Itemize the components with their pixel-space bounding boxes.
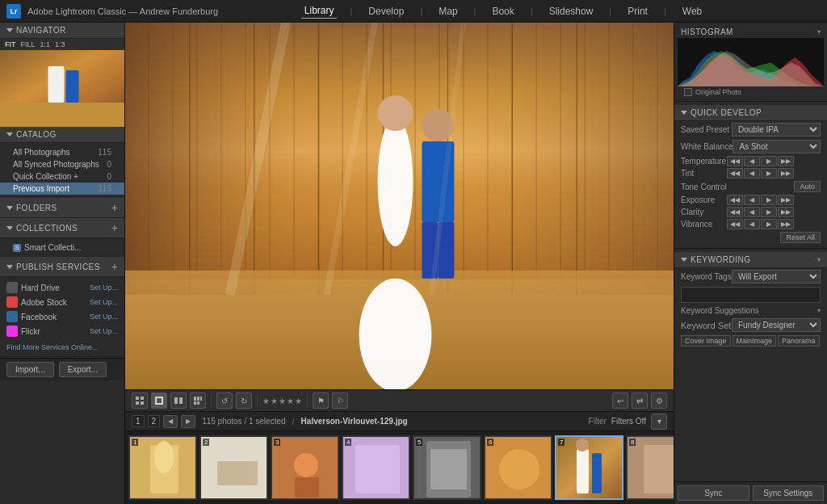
nav-library[interactable]: Library (301, 3, 338, 19)
grid-view-button[interactable] (132, 393, 148, 409)
keyword-input-box[interactable] (681, 287, 821, 303)
white-balance-select[interactable]: As Shot (733, 140, 821, 153)
tint-inc-inc[interactable]: ▶▶ (778, 168, 794, 178)
clarity-dec-dec[interactable]: ◀◀ (727, 207, 743, 217)
rotate-right-button[interactable]: ↻ (236, 393, 252, 409)
temp-dec[interactable]: ◀ (744, 156, 760, 166)
publish-adobe-stock[interactable]: Adobe Stock Set Up... (0, 295, 124, 309)
catalog-previous-import[interactable]: Previous Import 115 (0, 183, 124, 195)
keywording-header[interactable]: Keywording ▾ (674, 252, 827, 268)
next-page-button[interactable]: ▶ (181, 415, 195, 428)
exposure-dec[interactable]: ◀ (744, 195, 760, 205)
publish-services-panel-header[interactable]: Publish Services + (0, 257, 124, 277)
rotate-arrow-button[interactable]: ↩ (612, 393, 628, 409)
tint-dec-dec[interactable]: ◀◀ (727, 168, 743, 178)
vibrance-dec[interactable]: ◀ (744, 219, 760, 229)
clarity-inc-inc[interactable]: ▶▶ (778, 207, 794, 217)
hard-drive-setup[interactable]: Set Up... (90, 284, 118, 292)
keyword-cover-image[interactable]: Cover Image (681, 335, 731, 346)
1to1-btn[interactable]: 1:1 (40, 40, 51, 48)
saved-preset-select[interactable]: Double IPA (732, 123, 821, 136)
filmstrip-photo-4[interactable]: 4 (342, 435, 410, 500)
folders-panel-header[interactable]: Folders + (0, 198, 124, 218)
survey-view-button[interactable] (190, 393, 206, 409)
exposure-inc-inc[interactable]: ▶▶ (778, 195, 794, 205)
original-photo-toggle[interactable]: Original Photo (678, 86, 824, 98)
temp-dec-dec[interactable]: ◀◀ (727, 156, 743, 166)
fit-btn[interactable]: FIT (5, 40, 16, 48)
collections-panel-header[interactable]: Collections + (0, 218, 124, 238)
smart-collection[interactable]: S Smart Collecti... (0, 242, 124, 254)
flickr-setup[interactable]: Set Up... (90, 327, 118, 335)
collections-add-button[interactable]: + (111, 221, 118, 234)
temp-inc[interactable]: ▶ (761, 156, 777, 166)
temp-inc-inc[interactable]: ▶▶ (778, 156, 794, 166)
publish-flickr[interactable]: Flickr Set Up... (0, 324, 124, 338)
sync-button[interactable]: ⇄ (632, 393, 648, 409)
publish-hard-drive[interactable]: Hard Drive Set Up... (0, 280, 124, 295)
nav-slideshow[interactable]: Slideshow (546, 4, 597, 19)
filmstrip-photo-6[interactable]: 6 (484, 435, 552, 500)
keyword-set-select[interactable]: Fundy Designer (732, 318, 821, 332)
adobe-stock-setup[interactable]: Set Up... (90, 298, 118, 306)
keyword-panorama[interactable]: Panorama (778, 335, 820, 346)
histogram-collapse[interactable]: ▾ (817, 28, 821, 36)
clarity-dec[interactable]: ◀ (744, 207, 760, 217)
nav-map[interactable]: Map (435, 4, 460, 19)
unflag-button[interactable]: ⚐ (332, 393, 348, 409)
tint-dec[interactable]: ◀ (744, 168, 760, 178)
export-button[interactable]: Export... (59, 362, 107, 377)
clarity-inc[interactable]: ▶ (761, 207, 777, 217)
nav-web[interactable]: Web (679, 4, 705, 19)
facebook-setup[interactable]: Set Up... (90, 313, 118, 321)
flag-button[interactable]: ⚑ (313, 393, 329, 409)
vibrance-inc-inc[interactable]: ▶▶ (778, 219, 794, 229)
find-more-services[interactable]: Find More Services Online... (6, 343, 99, 351)
filmstrip-photo-3[interactable]: 3 (271, 435, 339, 500)
page-2[interactable]: 2 (148, 415, 161, 427)
exposure-dec-dec[interactable]: ◀◀ (727, 195, 743, 205)
navigator-panel-header[interactable]: Navigator (0, 23, 124, 39)
vibrance-inc[interactable]: ▶ (761, 219, 777, 229)
vibrance-dec-dec[interactable]: ◀◀ (727, 219, 743, 229)
star-rating[interactable]: ★ ★ ★ ★ ★ (262, 397, 302, 405)
filmstrip-photo-7-selected[interactable]: 7 (555, 435, 623, 500)
filmstrip-photo-2[interactable]: 2 (199, 435, 268, 500)
tint-inc[interactable]: ▶ (761, 168, 777, 178)
publish-facebook[interactable]: Facebook Set Up... (0, 309, 124, 324)
catalog-quick-collection[interactable]: Quick Collection + 0 (0, 170, 124, 183)
page-1[interactable]: 1 (132, 415, 145, 427)
fill-btn[interactable]: FILL (21, 40, 36, 48)
folders-add-button[interactable]: + (111, 201, 118, 214)
sync-settings-button[interactable]: Sync Settings (753, 485, 825, 501)
filter-dropdown-button[interactable]: ▾ (651, 414, 667, 430)
prev-page-button[interactable]: ◀ (163, 415, 178, 428)
reset-all-button[interactable]: Reset All (780, 232, 821, 243)
rotate-left-button[interactable]: ↺ (216, 393, 233, 409)
exposure-inc[interactable]: ▶ (761, 195, 777, 205)
filter-value[interactable]: Filters Off (611, 417, 646, 426)
1to3-btn[interactable]: 1:3 (55, 40, 65, 48)
keyword-suggestions-arrow[interactable]: ▾ (817, 307, 821, 314)
nav-book[interactable]: Book (489, 4, 517, 19)
filmstrip-photo-1[interactable]: 1 (128, 435, 197, 500)
loupe-view-button[interactable] (151, 393, 167, 409)
catalog-all-photos[interactable]: All Photographs 115 (0, 146, 124, 158)
sync-button[interactable]: Sync (678, 485, 749, 501)
keywording-options[interactable]: ▾ (817, 256, 821, 263)
compare-view-button[interactable] (170, 393, 187, 409)
publish-add-button[interactable]: + (111, 260, 118, 273)
filmstrip-photo-5[interactable]: 5 (413, 435, 481, 500)
filmstrip-photo-8[interactable]: 8 (626, 435, 674, 500)
import-button[interactable]: Import... (6, 362, 54, 377)
original-photo-checkbox[interactable] (684, 88, 692, 96)
tone-auto-button[interactable]: Auto (794, 181, 821, 192)
keyword-main-image[interactable]: MainImage (733, 335, 777, 346)
nav-develop[interactable]: Develop (365, 4, 407, 19)
quick-develop-header[interactable]: Quick Develop (674, 105, 827, 121)
catalog-panel-header[interactable]: Catalog (0, 127, 124, 143)
nav-print[interactable]: Print (624, 4, 651, 19)
catalog-all-synced[interactable]: All Synced Photographs 0 (0, 158, 124, 170)
more-options-button[interactable]: ⚙ (651, 393, 667, 409)
keyword-tags-select[interactable]: Will Export (732, 270, 821, 284)
